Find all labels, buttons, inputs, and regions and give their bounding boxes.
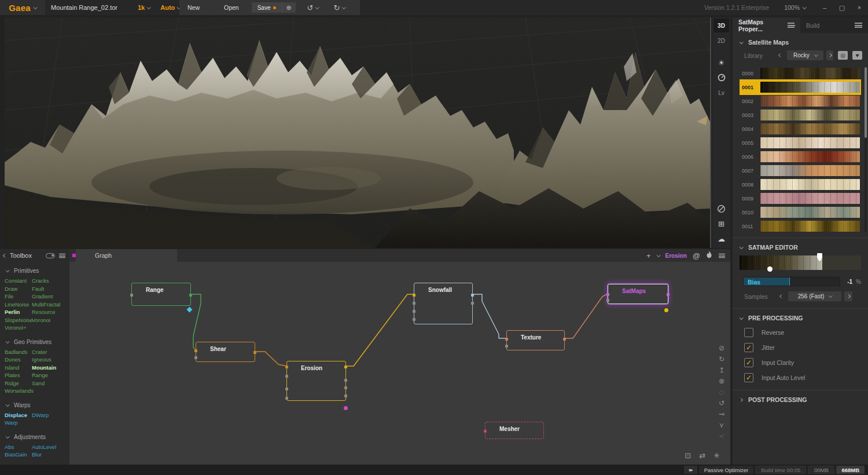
optimizer-status[interactable]: Passive Optimizer <box>699 466 754 474</box>
satmap-swatch-0009[interactable]: 0009 <box>741 192 860 205</box>
context-node-label[interactable]: Erosion <box>665 253 687 259</box>
chevron-down-icon[interactable] <box>656 253 660 257</box>
samples-prev-icon[interactable] <box>777 291 785 301</box>
option-input-clarity[interactable]: ✓Input Clarity <box>733 355 868 370</box>
toolbox-node-displace[interactable]: Displace <box>5 412 32 419</box>
toolbox-node-ridge[interactable]: Ridge <box>5 380 32 388</box>
node-satmaps[interactable]: SatMaps <box>608 284 668 304</box>
history-icon[interactable]: ↺ <box>719 400 724 407</box>
toolbox-node-gradient[interactable]: Gradient <box>32 293 69 301</box>
snap-icon[interactable]: ✳ <box>713 451 720 460</box>
satmap-swatch-0004[interactable]: 0004 <box>741 122 860 136</box>
checkbox-checked-icon[interactable]: ✓ <box>744 358 753 367</box>
node-mesher[interactable]: Mesher <box>485 422 544 439</box>
output-port[interactable] <box>471 294 474 297</box>
swatch-scrollbar[interactable] <box>865 67 867 232</box>
post-processing-header[interactable]: POST PROCESSING <box>733 390 868 407</box>
satmap-swatch-0000[interactable]: 0000 <box>741 67 860 80</box>
output-port[interactable] <box>344 379 347 382</box>
layout-swap-icon[interactable]: ⇄ <box>699 451 705 460</box>
graph-canvas[interactable]: RangeShearErosionSnowfallTextureSatMapsM… <box>69 262 730 465</box>
level-button[interactable]: Lv <box>713 86 729 100</box>
compass-icon[interactable] <box>713 202 729 215</box>
option-input-auto-level[interactable]: ✓Input Auto Level <box>733 370 868 385</box>
toolbox-node-dunes[interactable]: Dunes <box>5 356 32 364</box>
toolbox-toggle-icon[interactable] <box>46 253 55 258</box>
toolbox-node-resource[interactable]: Resource <box>32 309 69 316</box>
save-options-icon[interactable]: ⊕ <box>282 2 296 13</box>
undo-icon[interactable]: ↺ <box>300 3 316 12</box>
toolbox-node-voronoi[interactable]: Voronoi <box>32 317 69 324</box>
library-next-icon[interactable] <box>826 50 833 60</box>
cloud-icon[interactable]: ☁ <box>713 232 729 246</box>
toolbox-node-file[interactable]: File <box>5 293 32 301</box>
input-port[interactable] <box>130 294 133 297</box>
toolbox-node-slopenoise[interactable]: SlopeNoise <box>5 317 32 324</box>
output-port[interactable] <box>253 351 256 354</box>
sun-icon[interactable]: ☀ <box>713 56 729 70</box>
refresh-icon[interactable]: ↻ <box>719 356 724 363</box>
share-icon[interactable]: ↥ <box>719 367 724 374</box>
pre-processing-header[interactable]: PRE PROCESSING <box>733 309 868 325</box>
satmap-swatch-0011[interactable]: 0011 <box>741 220 860 233</box>
tab-build[interactable]: Build <box>800 17 868 33</box>
input-port[interactable] <box>285 388 288 390</box>
toolbox-node-crater[interactable]: Crater <box>32 349 69 356</box>
toolbox-node-multifractal[interactable]: MultiFractal <box>32 301 69 309</box>
input-port[interactable] <box>505 345 508 348</box>
toolbox-node-mountain[interactable]: Mountain <box>32 364 69 372</box>
toolbox-node-igneous[interactable]: Igneous <box>32 356 69 364</box>
satmap-swatch-0006[interactable]: 0006 <box>741 150 860 163</box>
build-mode-dropdown[interactable]: Auto <box>160 4 175 11</box>
redo-icon[interactable]: ↻ <box>318 3 342 12</box>
view-3d-button[interactable]: 3D <box>713 19 729 32</box>
favorite-heart-icon[interactable]: ♥ <box>852 51 862 60</box>
toolbox-node-plates[interactable]: Plates <box>5 372 32 379</box>
toolbox-node-range[interactable]: Range <box>32 372 69 379</box>
ui-zoom-dropdown[interactable]: 100% <box>784 4 816 11</box>
close-button[interactable]: × <box>851 4 868 11</box>
add-node-icon[interactable]: + <box>646 251 651 260</box>
samples-next-icon[interactable] <box>844 291 852 301</box>
gradient-handle-top[interactable] <box>817 253 822 258</box>
tab-menu-icon[interactable] <box>788 23 795 28</box>
input-port[interactable] <box>413 302 415 305</box>
toolbox-node-fault[interactable]: Fault <box>32 286 69 293</box>
node-range[interactable]: Range <box>131 283 191 306</box>
mention-icon[interactable]: @ <box>693 251 700 260</box>
terrain-3d-viewport[interactable] <box>5 17 710 248</box>
checkbox-checked-icon[interactable]: ✓ <box>744 373 753 382</box>
checkbox-checked-icon[interactable]: ✓ <box>744 343 753 352</box>
input-port[interactable] <box>606 299 609 302</box>
library-prev-icon[interactable] <box>777 50 784 60</box>
toolbox-node-draw[interactable]: Draw <box>5 286 32 293</box>
output-port[interactable] <box>344 394 347 397</box>
open-button[interactable]: Open <box>216 0 247 15</box>
collapse-toolbox-icon[interactable] <box>3 253 7 257</box>
input-port[interactable] <box>413 294 415 297</box>
node-texture[interactable]: Texture <box>506 330 565 350</box>
toolbox-node-island[interactable]: Island <box>5 364 32 372</box>
node-graph-panel[interactable]: Graph + Erosion @ RangeShearErosionSnowf… <box>69 249 730 465</box>
toolbox-node-linenoise[interactable]: LineNoise <box>5 301 32 309</box>
fit-view-icon[interactable]: ⊡ <box>685 451 691 460</box>
toolbox-node-warp[interactable]: Warp <box>5 419 32 427</box>
node-snowfall[interactable]: Snowfall <box>414 283 473 324</box>
preview-icon[interactable]: ◎ <box>838 51 848 60</box>
resolution-dropdown[interactable]: 1k <box>138 4 145 11</box>
toolbox-node-autolevel[interactable]: AutoLevel <box>32 444 69 451</box>
toolbox-node-abs[interactable]: Abs <box>5 444 32 451</box>
satmap-swatch-0001[interactable]: 0001 <box>741 81 860 94</box>
satmap-swatch-0010[interactable]: 0010 <box>741 206 860 219</box>
library-dropdown[interactable]: Rocky <box>787 50 824 60</box>
flame-icon[interactable] <box>706 251 712 260</box>
toolbox-section-adjustments[interactable]: Adjustments <box>0 428 69 443</box>
input-port[interactable] <box>606 293 609 296</box>
option-reverse[interactable]: ✓Reverse <box>733 325 868 340</box>
satmap-swatch-0007[interactable]: 0007 <box>741 164 860 177</box>
input-port[interactable] <box>285 366 288 368</box>
minimize-button[interactable]: – <box>816 4 833 11</box>
pin-icon[interactable]: ◇ <box>719 389 724 396</box>
remove-icon[interactable]: ⊗ <box>719 378 724 385</box>
view-2d-button[interactable]: 2D <box>713 34 729 48</box>
